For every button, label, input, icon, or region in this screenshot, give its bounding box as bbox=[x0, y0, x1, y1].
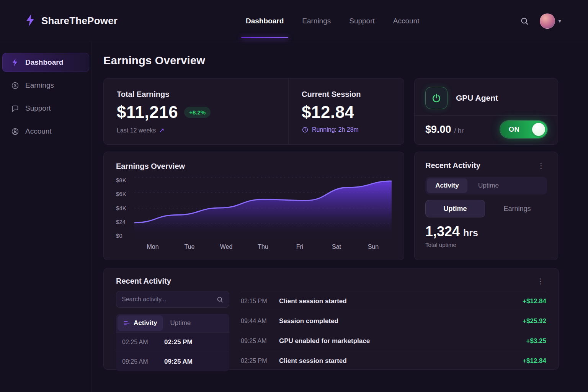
sidebar-item-label: Earnings bbox=[25, 81, 54, 90]
event-time: 02:25 PM bbox=[241, 358, 279, 364]
uptime-caption: Total uptime bbox=[425, 242, 547, 248]
activity-section-title: Recent Activity bbox=[116, 277, 171, 286]
x-tick: Sat bbox=[318, 243, 355, 250]
nav-earnings[interactable]: Earnings bbox=[302, 0, 331, 42]
sidebar-item-dashboard[interactable]: Dashboard bbox=[2, 53, 89, 72]
sidebar-item-label: Account bbox=[25, 127, 52, 136]
filter-uptime-button[interactable]: Uptime bbox=[425, 200, 485, 217]
sidebar-item-support[interactable]: Support bbox=[2, 99, 89, 118]
tab-uptime[interactable]: Uptime bbox=[468, 178, 509, 193]
profile-menu[interactable]: ▾ bbox=[540, 13, 561, 29]
filter-earnings-button[interactable]: Earnings bbox=[487, 200, 547, 217]
y-tick: $6K bbox=[116, 191, 134, 197]
current-session-stat: Current Session $12.84 Running: 2h 28m bbox=[288, 78, 404, 144]
sidebar-item-label: Dashboard bbox=[25, 58, 63, 67]
brand[interactable]: ShareThePower bbox=[24, 14, 118, 28]
activity-section-tabs: Activity Uptime bbox=[116, 314, 229, 332]
sidebar-item-label: Support bbox=[25, 104, 51, 113]
chart-x-axis: Mon Tue Wed Thu Fri Sat Sun bbox=[134, 243, 392, 250]
event-label: Client session started bbox=[279, 297, 523, 305]
activity-left-column: Activity Uptime 02:25 AM 02:25 PM 09:25 … bbox=[116, 291, 229, 371]
time-row[interactable]: 02:25 AM 02:25 PM bbox=[116, 332, 229, 352]
event-time: 09:44 AM bbox=[241, 318, 279, 325]
sidebar-item-earnings[interactable]: Earnings bbox=[2, 76, 89, 95]
session-status-text: Running: 2h 28m bbox=[312, 126, 359, 133]
search-input[interactable] bbox=[122, 296, 216, 303]
bolt-icon bbox=[11, 58, 19, 67]
bolt-logo-icon bbox=[24, 14, 36, 28]
brand-name: ShareThePower bbox=[41, 15, 118, 27]
earnings-chart: $8K $6K $4K $24 $0 bbox=[116, 177, 392, 239]
event-label: GPU enabled for marketplace bbox=[279, 337, 526, 345]
sidebar: Dashboard Earnings Support Account bbox=[0, 42, 92, 392]
event-label: Session completed bbox=[279, 317, 523, 325]
toggle-label: ON bbox=[509, 126, 519, 134]
activity-uptime-tabs: Activity Uptime bbox=[425, 177, 547, 194]
chart-plot-area bbox=[134, 177, 392, 239]
earnings-period: Last 12 weeks bbox=[117, 127, 156, 134]
earnings-chart-card: Earnings Overview $8K $6K $4K $24 $0 bbox=[103, 152, 404, 260]
tab-label: Uptime bbox=[170, 319, 191, 327]
time-row-value: 02:25 PM bbox=[164, 338, 193, 346]
event-row[interactable]: 09:44 AM Session completed +$25.92 bbox=[241, 311, 546, 331]
y-tick: $0 bbox=[116, 232, 134, 239]
total-earnings-stat: Total Earnings $11,216 +8.2% Last 12 wee… bbox=[104, 78, 288, 144]
trend-up-icon: ↗ bbox=[159, 126, 164, 134]
gpu-rate-unit: / hr bbox=[454, 127, 464, 135]
nav-dashboard[interactable]: Dashboard bbox=[246, 0, 284, 42]
page-title: Earnings Overview bbox=[103, 54, 205, 67]
activity-search[interactable] bbox=[116, 291, 229, 308]
event-list: 02:15 PM Client session started +$12.84 … bbox=[241, 291, 546, 371]
clock-icon bbox=[302, 126, 309, 133]
kebab-menu-icon[interactable]: ⋮ bbox=[535, 161, 547, 170]
search-icon[interactable] bbox=[518, 14, 531, 28]
header-right: ▾ bbox=[518, 0, 561, 42]
event-row[interactable]: 02:25 PM Client session started +$12.84 bbox=[241, 351, 546, 371]
event-row[interactable]: 09:25 AM GPU enabled for marketplace +$3… bbox=[241, 331, 546, 351]
event-amount: +$25.92 bbox=[523, 317, 546, 325]
y-tick: $24 bbox=[116, 219, 134, 225]
event-amount: +$12.84 bbox=[523, 297, 546, 305]
dollar-icon bbox=[11, 81, 19, 90]
earnings-change-badge: +8.2% bbox=[184, 107, 211, 118]
event-amount: +$3.25 bbox=[526, 337, 546, 345]
user-icon bbox=[11, 127, 19, 136]
kebab-menu-icon[interactable]: ⋮ bbox=[534, 277, 546, 286]
nav-support[interactable]: Support bbox=[349, 0, 375, 42]
nav-account[interactable]: Account bbox=[393, 0, 420, 42]
tab-label: Activity bbox=[134, 319, 157, 327]
event-row[interactable]: 02:15 PM Client session started +$12.84 bbox=[241, 291, 546, 311]
top-header: ShareThePower Dashboard Earnings Support… bbox=[0, 0, 588, 42]
list-icon bbox=[124, 320, 130, 326]
x-tick: Tue bbox=[171, 243, 208, 250]
x-tick: Sun bbox=[355, 243, 392, 250]
sidebar-item-account[interactable]: Account bbox=[2, 122, 89, 141]
event-time: 09:25 AM bbox=[241, 338, 279, 345]
uptime-earnings-filters: Uptime Earnings bbox=[425, 200, 547, 217]
y-tick: $4K bbox=[116, 205, 134, 211]
time-row[interactable]: 09:25 AM 09:25 AM bbox=[116, 352, 229, 371]
power-icon bbox=[425, 87, 448, 109]
chevron-down-icon[interactable]: ▾ bbox=[558, 18, 561, 24]
activity-list-panel: Activity Uptime 02:25 AM 02:25 PM 09:25 … bbox=[116, 314, 229, 371]
uptime-value: 1,324 bbox=[425, 224, 460, 240]
event-time: 02:15 PM bbox=[241, 298, 279, 305]
event-label: Client session started bbox=[279, 357, 523, 365]
x-tick: Fri bbox=[281, 243, 318, 250]
tab-activity[interactable]: Activity bbox=[118, 315, 163, 331]
total-earnings-value: $11,216 bbox=[117, 103, 178, 122]
search-icon[interactable] bbox=[216, 296, 224, 303]
gpu-agent-toggle[interactable]: ON bbox=[500, 121, 547, 138]
x-tick: Wed bbox=[208, 243, 245, 250]
recent-activity-card-title: Recent Activity bbox=[425, 161, 480, 170]
tab-activity[interactable]: Activity bbox=[427, 178, 467, 193]
x-tick: Mon bbox=[134, 243, 171, 250]
avatar[interactable] bbox=[540, 13, 555, 29]
current-session-title: Current Session bbox=[302, 90, 391, 99]
toggle-knob bbox=[532, 123, 545, 136]
earnings-area-svg bbox=[134, 177, 392, 239]
current-session-value: $12.84 bbox=[302, 103, 354, 122]
stats-card: Total Earnings $11,216 +8.2% Last 12 wee… bbox=[103, 78, 404, 145]
tab-uptime[interactable]: Uptime bbox=[164, 315, 197, 331]
uptime-unit: hrs bbox=[463, 227, 478, 238]
